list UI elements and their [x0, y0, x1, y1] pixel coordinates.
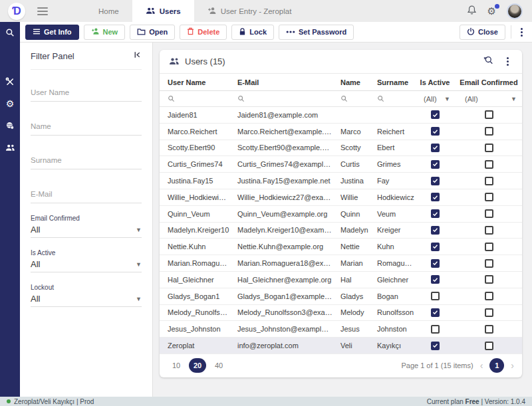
set-password-button[interactable]: Set Password	[279, 25, 354, 40]
main-content: Users (15) User Name E-Mai	[153, 43, 532, 397]
sidebar-settings-gear-icon[interactable]: ⚙	[0, 92, 20, 114]
filter-name-field[interactable]: Name	[31, 122, 142, 136]
app-logo[interactable]: Ɗ	[8, 3, 25, 20]
is-active-checkbox[interactable]	[414, 144, 456, 152]
is-active-checkbox[interactable]	[414, 342, 456, 350]
column-header-surname[interactable]: Surname	[369, 78, 414, 86]
is-active-checkbox[interactable]	[414, 292, 456, 300]
tab-home[interactable]: Home	[85, 0, 132, 22]
get-info-button[interactable]: Get Info	[25, 25, 79, 40]
email-confirmed-checkbox[interactable]	[456, 209, 522, 218]
search-toggle-icon[interactable]	[483, 55, 493, 68]
chevron-down-icon: ▼	[136, 261, 142, 268]
grid-title: Users (15)	[185, 56, 225, 66]
email-confirmed-checkbox[interactable]	[456, 144, 522, 152]
sidebar-tools-icon[interactable]	[0, 70, 20, 92]
is-active-checkbox[interactable]	[414, 226, 456, 235]
tab-users[interactable]: Users	[132, 0, 194, 22]
filter-cell-name[interactable]	[332, 95, 369, 102]
open-button[interactable]: Open	[130, 25, 175, 40]
filter-is-active-select[interactable]: Is Active All▼	[31, 249, 142, 272]
hamburger-menu-icon[interactable]	[37, 0, 48, 22]
grid-header: Users (15)	[160, 50, 522, 74]
is-active-checkbox[interactable]	[414, 259, 456, 268]
column-header-is-active[interactable]: Is Active	[414, 78, 456, 86]
bell-icon[interactable]	[467, 5, 477, 18]
delete-button[interactable]: Delete	[180, 25, 227, 40]
table-row[interactable]: Marco.ReichertMarco.Reichert@example.com…	[160, 124, 522, 140]
email-confirmed-checkbox[interactable]	[456, 275, 522, 284]
page-size-40[interactable]: 40	[210, 358, 227, 373]
is-active-checkbox[interactable]	[414, 308, 456, 317]
next-page-icon[interactable]: ›	[511, 360, 514, 371]
table-row[interactable]: Scotty.Ebert90Scotty.Ebert90@example.com…	[160, 140, 522, 157]
column-header-email-confirmed[interactable]: Email Confirmed	[456, 78, 522, 86]
email-confirmed-checkbox[interactable]	[456, 325, 522, 334]
is-active-checkbox[interactable]	[414, 209, 456, 218]
table-row[interactable]: Justina.Fay15Justina.Fay15@example.netJu…	[160, 173, 522, 189]
column-header-name[interactable]: Name	[332, 78, 369, 86]
email-confirmed-checkbox[interactable]	[456, 292, 522, 300]
filter-cell-email[interactable]	[229, 95, 332, 102]
grid-overflow-menu-icon[interactable]	[503, 54, 513, 68]
lock-button[interactable]: Lock	[231, 25, 274, 40]
filter-lockout-select[interactable]: Lockout All▼	[31, 284, 142, 307]
table-row[interactable]: Zeroplatinfo@zeroplat.comVeliKayıkçı	[160, 338, 522, 354]
table-row[interactable]: Nettie.KuhnNettie.Kuhn@example.orgNettie…	[160, 239, 522, 255]
user-avatar[interactable]	[507, 3, 523, 19]
table-row[interactable]: Willie_Hodkiewicz27Willie_Hodkiewicz27@e…	[160, 189, 522, 206]
email-confirmed-checkbox[interactable]	[456, 127, 522, 136]
sidebar-security-globe-icon[interactable]	[0, 114, 20, 136]
email-confirmed-checkbox[interactable]	[456, 226, 522, 235]
table-row[interactable]: Marian.Romaguera18Marian.Romaguera18@exa…	[160, 255, 522, 272]
new-label: New	[103, 28, 118, 36]
email-confirmed-checkbox[interactable]	[456, 243, 522, 251]
is-active-checkbox[interactable]	[414, 275, 456, 284]
filter-cell-email-confirmed[interactable]: (All)▼	[456, 95, 522, 103]
table-row[interactable]: Hal_GleichnerHal_Gleichner@example.orgHa…	[160, 272, 522, 288]
email-confirmed-checkbox[interactable]	[456, 342, 522, 350]
is-active-checkbox[interactable]	[414, 193, 456, 201]
email-confirmed-checkbox[interactable]	[456, 259, 522, 268]
column-header-user-name[interactable]: User Name	[160, 78, 229, 86]
tab-user-entry[interactable]: User Entry - Zeroplat	[194, 0, 305, 22]
filter-cell-user-name[interactable]	[160, 95, 229, 102]
is-active-checkbox[interactable]	[414, 127, 456, 136]
prev-page-icon[interactable]: ‹	[480, 360, 483, 371]
filter-cell-is-active[interactable]: (All)▼	[414, 95, 456, 103]
email-confirmed-checkbox[interactable]	[456, 193, 522, 201]
filter-surname-field[interactable]: Surname	[31, 156, 142, 169]
filter-email-confirmed-select[interactable]: Email Confirmed All▼	[31, 215, 142, 238]
is-active-checkbox[interactable]	[414, 177, 456, 185]
close-button[interactable]: Close	[460, 25, 505, 40]
table-row[interactable]: Jaiden81Jaiden81@example.com	[160, 107, 522, 124]
page-size-20-selected[interactable]: 20	[189, 358, 206, 373]
email-confirmed-checkbox[interactable]	[456, 308, 522, 317]
table-row[interactable]: Madelyn.Kreiger10Madelyn.Kreiger10@examp…	[160, 223, 522, 239]
name-cell: Madelyn	[332, 226, 369, 234]
new-button[interactable]: New	[84, 25, 126, 40]
is-active-checkbox[interactable]	[414, 325, 456, 334]
sidebar-users-icon[interactable]	[0, 136, 20, 158]
is-active-checkbox[interactable]	[414, 160, 456, 169]
table-row[interactable]: Jesus_JohnstonJesus_Johnston@example.org…	[160, 321, 522, 338]
filter-cell-surname[interactable]	[369, 95, 414, 102]
gear-icon[interactable]: ⚙	[487, 6, 496, 16]
toolbar-overflow-menu-icon[interactable]	[517, 25, 527, 39]
collapse-panel-icon[interactable]	[133, 51, 142, 61]
column-header-email[interactable]: E-Mail	[229, 78, 332, 86]
sidebar-search-icon[interactable]	[0, 22, 20, 43]
email-confirmed-checkbox[interactable]	[456, 160, 522, 169]
table-row[interactable]: Gladys_Bogan1Gladys_Bogan1@example.netGl…	[160, 288, 522, 305]
is-active-checkbox[interactable]	[414, 110, 456, 119]
email-confirmed-checkbox[interactable]	[456, 110, 522, 119]
email-confirmed-checkbox[interactable]	[456, 177, 522, 185]
table-row[interactable]: Melody_Runolfsson3Melody_Runolfsson3@exa…	[160, 305, 522, 322]
table-row[interactable]: Curtis_Grimes74Curtis_Grimes74@example.n…	[160, 156, 522, 173]
table-row[interactable]: Quinn_VeumQuinn_Veum@example.orgQuinnVeu…	[160, 206, 522, 223]
filter-email-field[interactable]: E-Mail	[31, 190, 142, 203]
filter-user-name-field[interactable]: User Name	[31, 88, 142, 102]
is-active-checkbox[interactable]	[414, 243, 456, 251]
current-page-button[interactable]: 1	[489, 358, 504, 373]
page-size-10[interactable]: 10	[168, 358, 185, 373]
